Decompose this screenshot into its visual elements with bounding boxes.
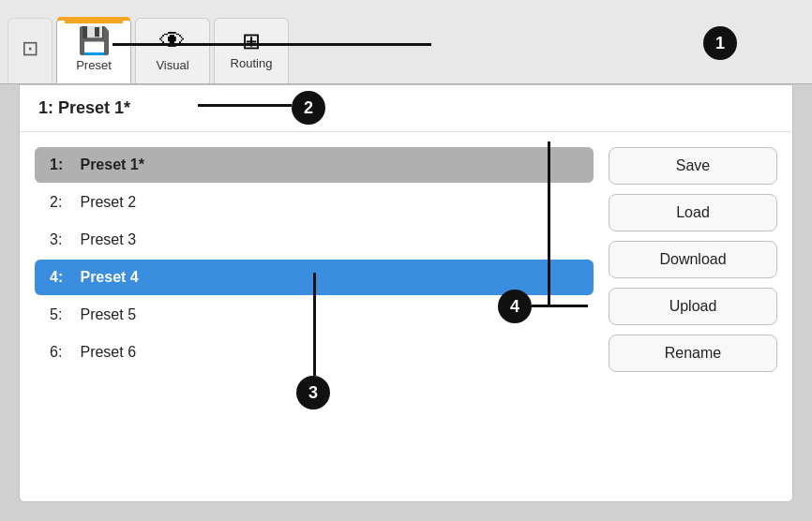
annotation-1-line xyxy=(113,43,431,46)
annotation-4-line xyxy=(532,305,588,307)
annotation-4: 4 xyxy=(498,290,532,323)
tab-partial[interactable]: ⊡ xyxy=(8,18,53,83)
preset-name-4: Preset 4 xyxy=(80,269,138,285)
partial-tab-icon: ⊡ xyxy=(22,38,38,59)
preset-item-3[interactable]: 3: Preset 3 xyxy=(35,222,594,258)
routing-tab-label: Routing xyxy=(231,56,273,70)
load-button[interactable]: Load xyxy=(609,194,777,231)
action-buttons: Save Load Download Upload Rename xyxy=(609,147,777,372)
preset-name-6: Preset 6 xyxy=(80,344,136,360)
annotation-1: 1 xyxy=(703,26,737,60)
preset-name-1: Preset 1* xyxy=(80,156,144,172)
preset-tab-indicator xyxy=(65,19,123,23)
preset-num-3: 3: xyxy=(50,231,76,248)
preset-name-5: Preset 5 xyxy=(80,306,136,322)
tab-routing[interactable]: ⊞ Routing xyxy=(214,18,289,83)
annotation-4-vline xyxy=(548,141,550,305)
toolbar: ⊡ 💾 Preset 👁 Visual ⊞ Routing 1 xyxy=(0,0,812,84)
tab-visual[interactable]: 👁 Visual xyxy=(135,18,210,83)
content-area: 1: Preset 1* 2: Preset 2 3: Preset 3 4: … xyxy=(20,132,792,387)
annotation-2-line xyxy=(198,104,292,107)
preset-name-3: Preset 3 xyxy=(80,231,136,247)
preset-num-2: 2: xyxy=(50,194,76,211)
preset-num-4: 4: xyxy=(50,269,76,286)
annotation-2: 2 xyxy=(292,91,325,125)
preset-icon: 💾 xyxy=(78,28,111,54)
rename-button[interactable]: Rename xyxy=(609,335,777,372)
preset-num-5: 5: xyxy=(50,306,76,323)
download-button[interactable]: Download xyxy=(609,241,777,278)
preset-tab-label: Preset xyxy=(76,58,112,72)
visual-tab-label: Visual xyxy=(156,58,188,72)
preset-header: 1: Preset 1* 2 xyxy=(20,85,792,132)
save-button[interactable]: Save xyxy=(609,147,777,185)
preset-num-1: 1: xyxy=(50,156,76,173)
tab-preset[interactable]: 💾 Preset xyxy=(56,18,131,83)
preset-name-2: Preset 2 xyxy=(80,194,136,210)
preset-item-1[interactable]: 1: Preset 1* xyxy=(35,147,594,183)
preset-item-2[interactable]: 2: Preset 2 xyxy=(35,185,594,220)
upload-button[interactable]: Upload xyxy=(609,288,777,325)
main-panel: 1: Preset 1* 2 1: Preset 1* 2: Preset 2 xyxy=(19,84,793,502)
preset-num-6: 6: xyxy=(50,344,76,361)
visual-icon: 👁 xyxy=(159,28,186,54)
annotation-3-line xyxy=(313,273,316,376)
routing-icon: ⊞ xyxy=(242,30,261,52)
preset-header-text: 1: Preset 1* xyxy=(38,98,130,117)
annotation-3: 3 xyxy=(296,376,330,409)
